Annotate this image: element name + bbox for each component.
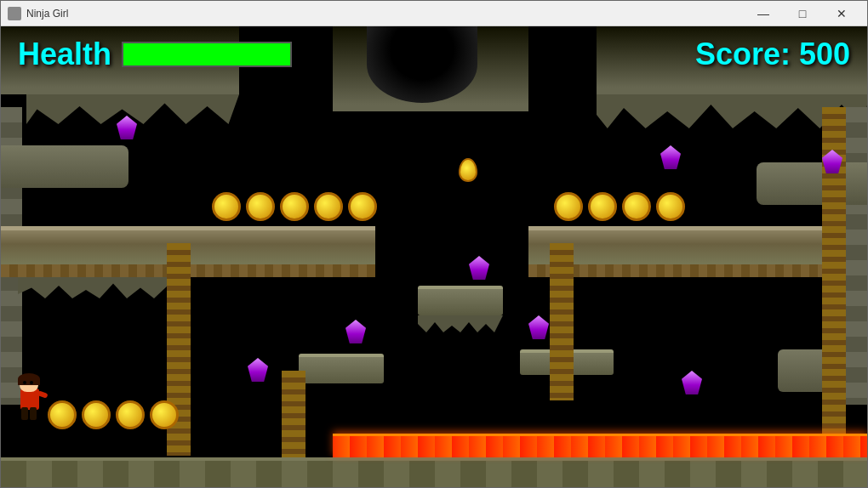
coin-flying: [459, 158, 477, 182]
gem: [682, 371, 702, 394]
health-section: Health: [18, 37, 292, 72]
coin: [280, 192, 309, 221]
coin: [348, 192, 377, 221]
ladder-right-1: [550, 243, 574, 400]
coin: [150, 400, 179, 429]
score-display: Score: 500: [695, 37, 850, 72]
game-window: Ninja Girl — □ ✕ Health Score: 500: [0, 0, 868, 488]
coin: [246, 192, 275, 221]
stalactites-center-platform: [418, 315, 503, 332]
titlebar: Ninja Girl — □ ✕: [1, 1, 867, 26]
coin: [82, 400, 111, 429]
gem: [528, 315, 549, 339]
health-bar: [123, 43, 290, 65]
coin: [116, 400, 145, 429]
coin: [554, 192, 583, 221]
coin: [212, 192, 241, 221]
floating-platform-left-low: [299, 354, 384, 383]
gem: [660, 145, 681, 169]
lava-strip: [333, 434, 867, 457]
wall-right: [846, 107, 867, 405]
gem: [117, 116, 137, 139]
left-ledge: [1, 145, 128, 188]
stalactites-under-left: [18, 277, 188, 298]
close-button[interactable]: ✕: [823, 1, 860, 26]
gem: [248, 358, 268, 382]
health-bar-container: [122, 42, 292, 67]
coin: [588, 192, 617, 221]
coin: [314, 192, 343, 221]
titlebar-title: Ninja Girl: [26, 8, 745, 20]
right-ledge: [757, 162, 867, 205]
hud: Health Score: 500: [1, 26, 867, 82]
gem: [345, 320, 366, 343]
ground-floor: [1, 457, 867, 487]
maximize-button[interactable]: □: [784, 1, 821, 26]
minimize-button[interactable]: —: [745, 1, 782, 26]
titlebar-controls: — □ ✕: [745, 1, 860, 26]
gem: [822, 150, 842, 173]
character: [14, 373, 46, 420]
coin: [48, 400, 77, 429]
game-area[interactable]: Health Score: 500: [1, 26, 867, 487]
floating-platform-center: [418, 286, 503, 315]
coin: [656, 192, 685, 221]
health-label: Health: [18, 37, 111, 72]
main-platform-right: [528, 226, 835, 264]
ladder-left-2: [282, 371, 306, 468]
gem: [469, 256, 489, 280]
coin: [622, 192, 651, 221]
titlebar-icon: [8, 7, 21, 20]
